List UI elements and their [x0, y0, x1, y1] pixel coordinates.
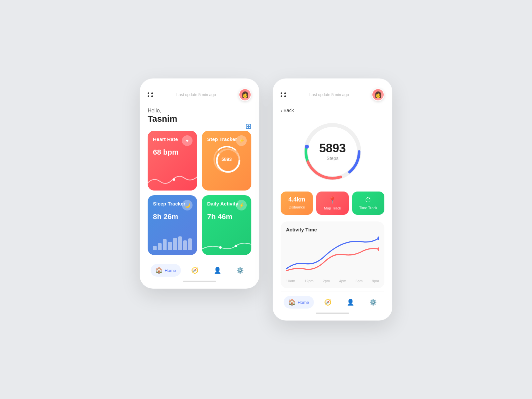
phone-1: Last update 5 min ago 👩 Hello, Tasnim ⊞ … [140, 78, 259, 289]
sleep-value: 8h 26m [153, 212, 192, 221]
phone2-header: Last update 5 min ago 👩 [281, 88, 384, 101]
chart-label-4: 4pm [339, 279, 346, 283]
step-tracker-card[interactable]: Step Tracker ⚡ 5893 [202, 131, 251, 191]
map-track-card[interactable]: 📍 Map Track [316, 192, 348, 215]
nav-profile-1[interactable]: 👤 [209, 264, 226, 277]
settings-icon-1: ⚙️ [236, 267, 244, 274]
daily-activity-card[interactable]: Daily Activity ⚡ 7h 46m [202, 195, 251, 255]
back-label: Back [284, 108, 294, 113]
last-update-text-2: Last update 5 min ago [310, 92, 349, 97]
menu-dots[interactable] [148, 92, 154, 97]
greeting-row: Hello, Tasnim ⊞ [148, 108, 251, 131]
profile-icon-2: 👤 [347, 299, 354, 306]
step-circle: 5893 [207, 146, 246, 173]
heart-wave [148, 171, 197, 191]
stats-row: 4.4km Distaance 📍 Map Track ⏱ Time Track [281, 192, 384, 215]
sleep-tracker-card[interactable]: Sleep Tracker 🌙 8h 26m [148, 195, 197, 255]
chart-label-3: 2pm [323, 279, 330, 283]
nav-settings-2[interactable]: ⚙️ [365, 296, 381, 309]
activity-wave [202, 235, 251, 255]
explore-icon-2: 🧭 [324, 299, 332, 306]
avatar-2[interactable]: 👩 [372, 88, 384, 101]
heart-icon: ♥ [182, 135, 193, 146]
profile-icon-1: 👤 [214, 267, 221, 274]
chart-label-2: 12pm [304, 279, 314, 283]
home-label-2: Home [298, 300, 309, 305]
step-circle-value: 5893 [213, 146, 240, 173]
back-button[interactable]: ‹ Back [281, 108, 384, 113]
home-label-1: Home [165, 268, 176, 273]
user-name: Tasnim [148, 114, 177, 124]
activity-section: Activity Time 10am 12pm 2pm 4pm [281, 221, 384, 288]
activity-chart [286, 236, 379, 276]
home-indicator-1 [183, 281, 216, 282]
nav-home-1[interactable]: 🏠 Home [151, 264, 181, 277]
chart-labels: 10am 12pm 2pm 4pm 6pm 8pm [286, 278, 379, 283]
steps-center: 5893 Steps [319, 142, 346, 161]
svg-point-0 [173, 178, 175, 181]
chart-label-1: 10am [286, 279, 295, 283]
step-icon: ⚡ [236, 135, 247, 146]
nav-explore-2[interactable]: 🧭 [320, 296, 336, 309]
svg-point-9 [305, 145, 309, 149]
map-pin-icon: 📍 [328, 196, 336, 204]
back-chevron: ‹ [281, 108, 282, 113]
time-track-card[interactable]: ⏱ Time Track [352, 192, 384, 215]
nav-profile-2[interactable]: 👤 [342, 296, 359, 309]
phone-2: Last update 5 min ago 👩 ‹ Back 5893 [273, 78, 392, 321]
chart-label-6: 8pm [372, 279, 379, 283]
steps-circle-container: 5893 Steps [281, 118, 384, 185]
svg-point-4 [235, 245, 237, 247]
heart-rate-card[interactable]: Heart Rate ♥ 68 bpm [148, 131, 197, 191]
sleep-bars [153, 236, 192, 250]
greeting: Hello, Tasnim [148, 108, 177, 124]
map-track-label: Map Track [324, 206, 341, 210]
nav-home-2[interactable]: 🏠 Home [284, 296, 314, 309]
explore-icon-1: 🧭 [191, 267, 199, 274]
distance-label: Distaance [289, 205, 305, 209]
nav-settings-1[interactable]: ⚙️ [232, 264, 248, 277]
avatar[interactable]: 👩 [239, 88, 251, 101]
steps-count: 5893 [319, 142, 346, 154]
nav-explore-1[interactable]: 🧭 [187, 264, 203, 277]
chart-label-5: 6pm [355, 279, 362, 283]
distance-value: 4.4km [288, 196, 305, 203]
distance-card[interactable]: 4.4km Distaance [281, 192, 313, 215]
sleep-icon: 🌙 [182, 200, 193, 210]
home-icon-2: 🏠 [288, 299, 296, 306]
cards-grid: Heart Rate ♥ 68 bpm Step Tracker ⚡ [148, 131, 251, 255]
chart-area: 10am 12pm 2pm 4pm 6pm 8pm [286, 236, 379, 283]
activity-time-title: Activity Time [286, 227, 379, 232]
bottom-nav-1: 🏠 Home 🧭 👤 ⚙️ [148, 260, 251, 278]
menu-dots-2[interactable] [281, 92, 287, 97]
steps-label: Steps [327, 156, 338, 161]
settings-icon-2: ⚙️ [369, 299, 377, 306]
time-track-label: Time Track [359, 206, 377, 210]
activity-icon: ⚡ [236, 200, 247, 210]
home-indicator-2 [316, 313, 349, 314]
heart-rate-value: 68 bpm [153, 148, 192, 157]
phone1-header: Last update 5 min ago 👩 [148, 88, 251, 101]
hello-text: Hello, [148, 108, 177, 114]
clock-icon: ⏱ [365, 196, 371, 204]
last-update-text: Last update 5 min ago [177, 92, 216, 97]
bottom-nav-2: 🏠 Home 🧭 👤 ⚙️ [281, 292, 384, 310]
step-count: 5893 [221, 157, 232, 162]
svg-point-3 [219, 246, 221, 249]
activity-value: 7h 46m [207, 212, 246, 221]
home-icon-1: 🏠 [155, 267, 163, 274]
svg-point-11 [377, 247, 379, 251]
filter-icon[interactable]: ⊞ [245, 122, 251, 131]
